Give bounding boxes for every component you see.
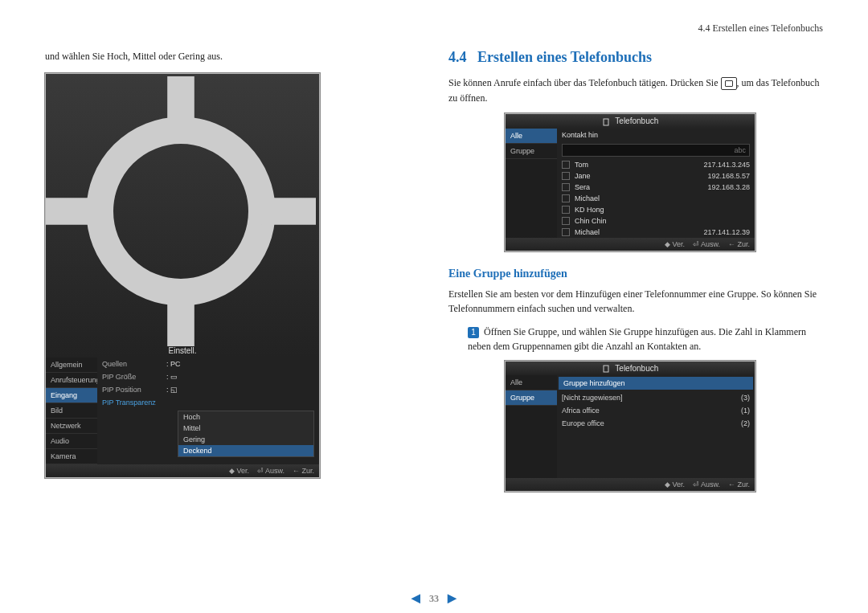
- step-1: 1Öffnen Sie Gruppe, und wählen Sie Grupp…: [468, 325, 823, 354]
- settings-row: PIP Transparenz: [97, 396, 319, 409]
- phonebook-groups-title: Telefonbuch: [506, 362, 755, 375]
- pb-tab[interactable]: Gruppe: [506, 144, 557, 159]
- contact-row[interactable]: KD Hong: [557, 204, 755, 215]
- settings-row: PIP Position: ◱: [97, 383, 319, 396]
- add-group-action[interactable]: Gruppe hinzufügen: [559, 377, 753, 390]
- contact-row[interactable]: Tom217.141.3.245: [557, 159, 755, 170]
- page-navigation: ◀ 33 ▶: [405, 591, 463, 605]
- phonebook-footer: ◆ Ver.⏎ Ausw.← Zur.: [506, 238, 755, 251]
- page-number: 33: [429, 593, 439, 604]
- group-row[interactable]: Africa office(1): [557, 404, 755, 417]
- phonebook-key-icon: [721, 77, 737, 90]
- settings-tab-netzwerk[interactable]: Netzwerk: [46, 419, 97, 434]
- settings-tab-anrufsteuerung[interactable]: Anrufsteuerung: [46, 373, 97, 388]
- section-heading: 4.4Erstellen eines Telefonbuchs: [448, 49, 823, 66]
- settings-window-title: Einstell.: [46, 74, 319, 358]
- group-row[interactable]: [Nicht zugewiesen](3): [557, 391, 755, 404]
- contact-row[interactable]: Michael217.141.12.39: [557, 227, 755, 238]
- settings-row: PIP Größe: ▭: [97, 370, 319, 383]
- step-number-icon: 1: [468, 327, 479, 338]
- contact-row[interactable]: Sera192.168.3.28: [557, 182, 755, 193]
- settings-tab-eingang[interactable]: Eingang: [46, 388, 97, 403]
- subsection-heading: Eine Gruppe hinzufügen: [448, 268, 823, 280]
- transparency-option[interactable]: Hoch: [178, 411, 313, 423]
- search-input[interactable]: [562, 144, 750, 157]
- phonebook-tabs: AlleGruppe: [506, 129, 557, 238]
- next-page-icon[interactable]: ▶: [448, 592, 457, 604]
- pb-tab[interactable]: Alle: [506, 129, 557, 144]
- settings-tab-bild[interactable]: Bild: [46, 403, 97, 419]
- page-header: 4.4 Erstellen eines Telefonbuchs: [45, 22, 823, 35]
- add-contact-row: Kontakt hin: [557, 129, 755, 141]
- transparency-option[interactable]: Mittel: [178, 423, 313, 434]
- settings-footer: ◆ Ver.⏎ Ausw.← Zur.: [46, 464, 319, 477]
- svg-rect-1: [604, 119, 608, 125]
- screenshot-settings: Einstell. AllgemeinAnrufsteuerungEingang…: [45, 73, 320, 478]
- settings-tabs: AllgemeinAnrufsteuerungEingangBildNetzwe…: [46, 358, 97, 464]
- subsection-text: Erstellen Sie am besten vor dem Hinzufüg…: [448, 287, 823, 317]
- left-lead-text: und wählen Sie Hoch, Mittel oder Gering …: [45, 49, 420, 63]
- screenshot-phonebook-groups: Telefonbuch AlleGruppe Gruppe hinzufügen…: [505, 361, 755, 492]
- transparency-option[interactable]: Deckend: [178, 445, 313, 456]
- phonebook-window-title: Telefonbuch: [506, 114, 755, 128]
- contact-row[interactable]: Chin Chin: [557, 215, 755, 227]
- screenshot-phonebook-contacts: Telefonbuch AlleGruppe Kontakt hin Tom21…: [505, 113, 755, 251]
- section-intro: Sie können Anrufe einfach über das Telef…: [448, 76, 823, 105]
- svg-point-0: [100, 130, 262, 292]
- settings-tab-audio[interactable]: Audio: [46, 434, 97, 449]
- group-row[interactable]: Europe office(2): [557, 417, 755, 430]
- settings-tab-allgemein[interactable]: Allgemein: [46, 358, 97, 373]
- phonebook-groups-tabs: AlleGruppe: [506, 375, 557, 478]
- prev-page-icon[interactable]: ◀: [411, 592, 420, 604]
- search-row: [557, 141, 755, 159]
- pb-tab[interactable]: Alle: [506, 375, 557, 390]
- settings-row: Quellen: PC: [97, 358, 319, 370]
- transparency-option[interactable]: Gering: [178, 434, 313, 445]
- settings-tab-kamera[interactable]: Kamera: [46, 449, 97, 464]
- svg-rect-2: [604, 366, 608, 372]
- contact-row[interactable]: Jane192.168.5.57: [557, 170, 755, 182]
- phonebook-groups-footer: ◆ Ver.⏎ Ausw.← Zur.: [506, 478, 755, 491]
- pb-tab[interactable]: Gruppe: [506, 390, 557, 406]
- contact-row[interactable]: Michael: [557, 193, 755, 204]
